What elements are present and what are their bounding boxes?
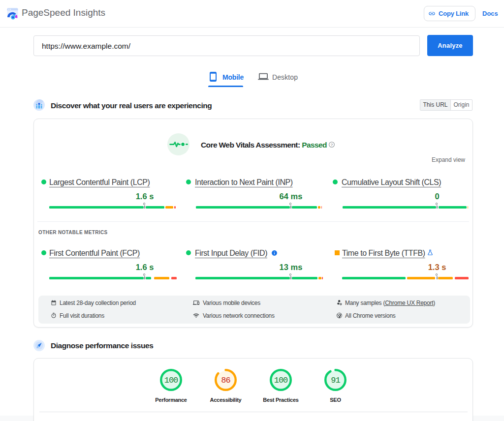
svg-text:?: ? (331, 143, 333, 147)
